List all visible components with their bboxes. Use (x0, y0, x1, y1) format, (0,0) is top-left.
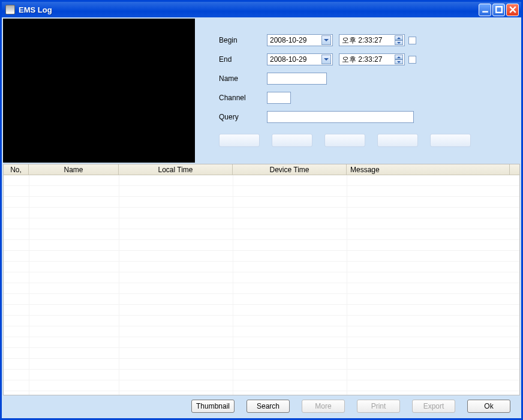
minimize-button[interactable] (479, 4, 491, 16)
filter-btn-5[interactable] (430, 134, 471, 147)
begin-label: Begin (219, 36, 267, 44)
end-enable-checkbox[interactable] (408, 56, 416, 64)
col-scroll-spacer (510, 164, 519, 175)
filter-form: Begin 2008-10-29 오후 2:33:27 (195, 19, 520, 163)
bottom-toolbar: Thumbnail Search More Print Export Ok (3, 395, 520, 417)
name-label: Name (219, 74, 267, 83)
table-header: No, Name Local Time Device Time Message (4, 164, 519, 175)
window-title: EMS Log (19, 5, 52, 14)
filter-button-row (219, 134, 508, 147)
name-input[interactable] (267, 73, 327, 85)
table-body[interactable] (4, 175, 519, 395)
content-area: Begin 2008-10-29 오후 2:33:27 (2, 17, 521, 418)
top-area: Begin 2008-10-29 오후 2:33:27 (3, 19, 520, 163)
close-icon (509, 6, 516, 13)
end-label: End (219, 55, 267, 64)
export-button[interactable]: Export (412, 400, 455, 413)
col-local-time[interactable]: Local Time (119, 164, 233, 175)
search-button[interactable]: Search (247, 400, 290, 413)
begin-date-value: 2008-10-29 (270, 36, 321, 44)
spin-down-icon[interactable] (395, 59, 403, 64)
more-button[interactable]: More (302, 400, 345, 413)
begin-date-combo[interactable]: 2008-10-29 (267, 34, 333, 46)
begin-enable-checkbox[interactable] (408, 37, 416, 44)
col-device-time[interactable]: Device Time (233, 164, 347, 175)
begin-row: Begin 2008-10-29 오후 2:33:27 (219, 34, 508, 46)
maximize-icon (495, 6, 503, 13)
spin-up-icon[interactable] (395, 35, 403, 40)
spin-up-icon[interactable] (395, 55, 403, 59)
channel-input[interactable] (267, 92, 291, 104)
channel-label: Channel (219, 94, 267, 102)
end-date-combo[interactable]: 2008-10-29 (267, 53, 333, 65)
filter-btn-2[interactable] (272, 134, 312, 147)
filter-btn-3[interactable] (324, 134, 365, 147)
maximize-button[interactable] (492, 4, 505, 16)
filter-btn-1[interactable] (219, 134, 260, 147)
end-row: End 2008-10-29 오후 2:33:27 (219, 53, 508, 65)
preview-panel (3, 19, 195, 163)
chevron-down-icon[interactable] (321, 55, 331, 64)
channel-row: Channel (219, 92, 508, 104)
query-row: Query (219, 111, 508, 123)
app-window: EMS Log Begin 2008-10-29 오 (0, 0, 523, 420)
begin-time-spin[interactable]: 오후 2:33:27 (339, 34, 405, 46)
spin-down-icon[interactable] (395, 40, 403, 45)
close-button[interactable] (506, 4, 519, 16)
query-label: Query (219, 113, 267, 121)
ok-button[interactable]: Ok (467, 400, 510, 413)
svg-rect-1 (496, 7, 502, 13)
log-table: No, Name Local Time Device Time Message (3, 164, 520, 395)
titlebar[interactable]: EMS Log (2, 2, 521, 17)
begin-time-value: 오후 2:33:27 (342, 35, 395, 46)
col-no[interactable]: No, (4, 164, 29, 175)
end-time-value: 오후 2:33:27 (342, 55, 395, 65)
app-icon (5, 5, 15, 14)
end-date-value: 2008-10-29 (270, 55, 321, 64)
col-message[interactable]: Message (347, 164, 510, 175)
minimize-icon (482, 6, 489, 13)
col-name[interactable]: Name (29, 164, 119, 175)
print-button[interactable]: Print (357, 400, 400, 413)
chevron-down-icon[interactable] (321, 35, 331, 45)
thumbnail-button[interactable]: Thumbnail (191, 400, 235, 413)
query-input[interactable] (267, 111, 414, 123)
svg-rect-0 (482, 11, 488, 12)
filter-btn-4[interactable] (377, 134, 418, 147)
name-row: Name (219, 73, 508, 85)
end-time-spin[interactable]: 오후 2:33:27 (339, 53, 405, 65)
